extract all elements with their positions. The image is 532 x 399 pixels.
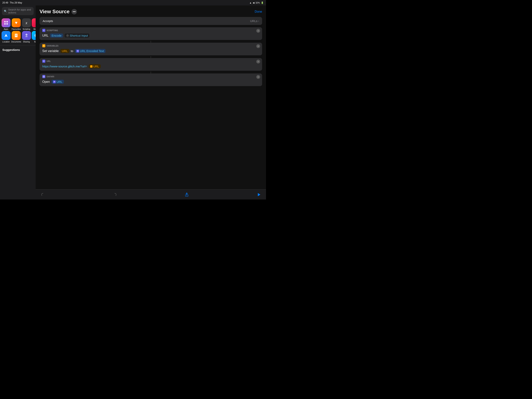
apps-label: Apps xyxy=(4,28,8,30)
svg-point-12 xyxy=(67,35,68,36)
action-card-safari: SAFARI ✕ Open URL xyxy=(39,73,262,86)
content-header: View Source ••• Done xyxy=(36,6,266,17)
scripting-category-label: SCRIPTING xyxy=(47,29,58,32)
shortcut-input-token[interactable]: Shortcut Input xyxy=(65,33,89,38)
status-bar: 20:49 Thu 28 May ▲ ◀ 32% 🔋 xyxy=(0,0,266,6)
chevron-right-icon: › xyxy=(258,20,259,22)
play-button[interactable] xyxy=(256,192,261,197)
scripting-token-icon xyxy=(76,50,79,52)
search-placeholder: Search for apps and actions xyxy=(8,8,32,14)
location-label: Location xyxy=(2,41,10,43)
svg-rect-1 xyxy=(6,21,8,22)
scripting-label: Scripting xyxy=(23,28,30,30)
url-text: https://www-source.glitch.me/?url= xyxy=(42,65,87,68)
action-card-header-variables: X VARIABLES xyxy=(39,43,262,48)
favourites-icon: ♥ xyxy=(12,18,21,27)
safari-url-text: URL xyxy=(57,80,62,83)
variables-category-label: VARIABLES xyxy=(47,45,59,47)
action-card-variables: X VARIABLES ✕ Set variable URL to URL En… xyxy=(39,43,262,55)
action-card-header-url: URL xyxy=(39,58,262,64)
url-var-token[interactable]: URL xyxy=(60,49,69,53)
sidebar-item-web[interactable]: Web xyxy=(32,31,36,43)
search-icon: 🔍 xyxy=(4,10,7,13)
sidebar-item-documents[interactable]: Documents xyxy=(11,31,21,43)
shortcut-title-text: View Source xyxy=(39,9,70,15)
more-button[interactable]: ••• xyxy=(71,9,77,14)
action-card-header-safari: SAFARI xyxy=(39,73,262,79)
redo-button[interactable] xyxy=(112,192,117,197)
close-scripting-url[interactable]: ✕ xyxy=(256,29,260,33)
svg-rect-6 xyxy=(15,35,17,35)
battery-level: 32% xyxy=(255,1,260,4)
shortcut-title: View Source ••• xyxy=(39,9,77,15)
scripting-badge xyxy=(42,29,45,32)
web-icon xyxy=(32,31,36,40)
sidebar-item-favourites[interactable]: ♥ Favourites xyxy=(11,18,21,30)
url-badge xyxy=(42,60,45,63)
search-bar[interactable]: 🔍 Search for apps and actions xyxy=(2,7,34,15)
sidebar-divider xyxy=(0,45,36,45)
open-label: Open xyxy=(42,80,50,84)
app-grid: Apps ♥ Favourites x Scripting ♪ xyxy=(0,17,36,45)
status-right: ▲ ◀ 32% 🔋 xyxy=(249,1,264,4)
signal-icon: ◀ xyxy=(253,1,254,4)
suggestions-header: Suggestions xyxy=(0,46,36,53)
status-date: Thu 28 May xyxy=(10,1,22,4)
shortcut-input-text: Shortcut Input xyxy=(70,34,88,37)
scripting-url-content: URL Encode Shortcut Input xyxy=(39,33,262,40)
media-icon: ♪ xyxy=(32,18,36,27)
wifi-icon: ▲ xyxy=(249,1,252,4)
more-dots-icon: ••• xyxy=(73,10,76,13)
url-orange-icon xyxy=(90,65,93,68)
done-button[interactable]: Done xyxy=(255,10,262,13)
location-icon xyxy=(1,31,11,40)
sidebar-item-apps[interactable]: Apps xyxy=(1,18,11,30)
shortcut-icon xyxy=(66,34,69,37)
safari-badge xyxy=(42,75,45,78)
svg-rect-2 xyxy=(4,23,6,25)
undo-button[interactable] xyxy=(40,192,45,197)
favourites-label: Favourites xyxy=(12,28,21,30)
sidebar-item-media[interactable]: ♪ Media xyxy=(32,18,36,30)
content-area: View Source ••• Done Accepts URLs › xyxy=(36,6,266,200)
accepts-label: Accepts xyxy=(43,19,53,23)
accepts-value: URLs › xyxy=(250,19,259,23)
url-encoded-text-token[interactable]: URL Encoded Text xyxy=(75,49,106,53)
action-card-header-scripting: SCRIPTING xyxy=(39,27,262,33)
web-label: Web xyxy=(34,41,36,43)
sidebar-item-location[interactable]: Location xyxy=(1,31,11,43)
close-safari[interactable]: ✕ xyxy=(256,75,260,79)
status-left: 20:49 Thu 28 May xyxy=(2,1,22,4)
safari-content: Open URL xyxy=(39,79,262,86)
to-label: to xyxy=(71,49,73,53)
sharing-label: Sharing xyxy=(23,41,30,43)
svg-marker-4 xyxy=(5,34,8,37)
close-variables[interactable]: ✕ xyxy=(256,44,260,48)
set-variable-label: Set variable xyxy=(42,49,59,53)
sidebar-item-sharing[interactable]: Sharing xyxy=(22,31,31,43)
accepts-bar[interactable]: Accepts URLs › xyxy=(39,17,262,25)
main-layout: 🔍 Search for apps and actions Apps xyxy=(0,6,266,200)
media-label: Media xyxy=(33,28,36,30)
apps-icon xyxy=(1,18,11,27)
safari-url-icon xyxy=(53,80,56,83)
sharing-icon xyxy=(22,31,31,40)
svg-rect-8 xyxy=(25,36,28,37)
url-label: URL xyxy=(42,34,49,37)
sidebar-item-scripting[interactable]: x Scripting xyxy=(22,18,31,30)
bottom-toolbar xyxy=(36,189,266,200)
share-button[interactable] xyxy=(184,192,189,197)
scripting-icon: x xyxy=(22,18,31,27)
action-card-url: URL ✕ https://www-source.glitch.me/?url=… xyxy=(39,58,262,71)
url-category-label: URL xyxy=(47,60,51,62)
safari-url-token[interactable]: URL xyxy=(51,80,64,84)
encode-token[interactable]: Encode xyxy=(50,33,63,38)
accepts-value-text: URLs xyxy=(250,19,257,23)
close-url[interactable]: ✕ xyxy=(256,60,260,64)
documents-icon xyxy=(12,31,21,40)
battery-icon: 🔋 xyxy=(261,1,264,4)
svg-rect-7 xyxy=(15,35,17,36)
url-token-orange[interactable]: URL xyxy=(89,64,101,68)
url-token-text: URL xyxy=(93,65,99,68)
shortcut-content: Accepts URLs › SCRIPTING ✕ xyxy=(36,17,266,189)
